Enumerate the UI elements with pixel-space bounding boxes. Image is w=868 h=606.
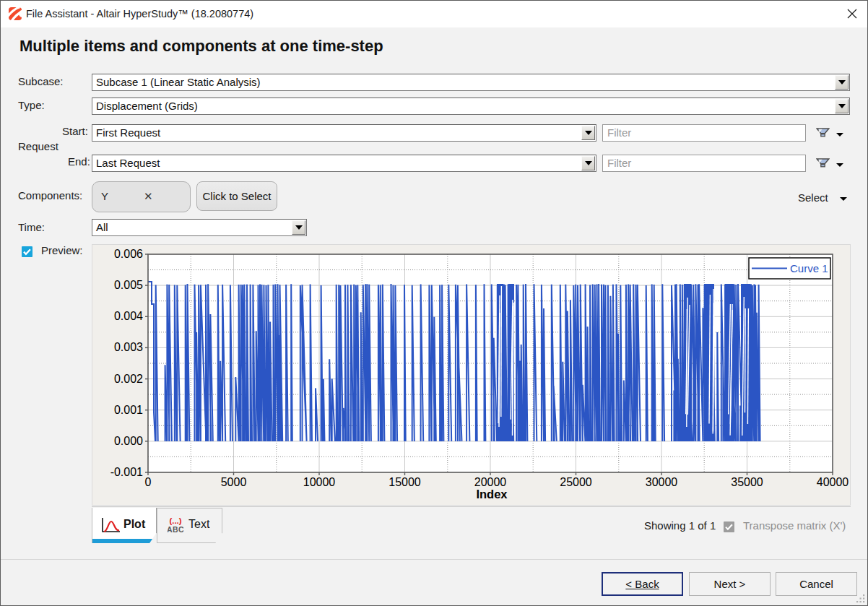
svg-text:0.002: 0.002 [114,373,143,385]
svg-text:Index: Index [476,488,508,501]
svg-text:ABC: ABC [168,525,184,534]
svg-text:30000: 30000 [646,476,678,488]
svg-text:(...): (...) [169,516,181,525]
svg-text:15000: 15000 [389,476,421,488]
svg-text:Curve 1: Curve 1 [790,262,828,274]
svg-text:0.005: 0.005 [114,279,143,291]
svg-text:25000: 25000 [560,476,592,488]
svg-text:0: 0 [145,476,152,488]
svg-text:0.006: 0.006 [114,248,143,260]
svg-text:0.001: 0.001 [114,404,143,416]
svg-text:0.004: 0.004 [114,310,143,322]
svg-text:0.000: 0.000 [114,435,143,447]
svg-text:35000: 35000 [731,476,763,488]
svg-text:-0.001: -0.001 [110,466,143,478]
svg-text:20000: 20000 [474,476,507,488]
svg-text:5000: 5000 [221,476,247,488]
svg-text:40000: 40000 [817,476,849,488]
svg-text:0.003: 0.003 [114,341,143,353]
svg-text:10000: 10000 [303,476,336,488]
